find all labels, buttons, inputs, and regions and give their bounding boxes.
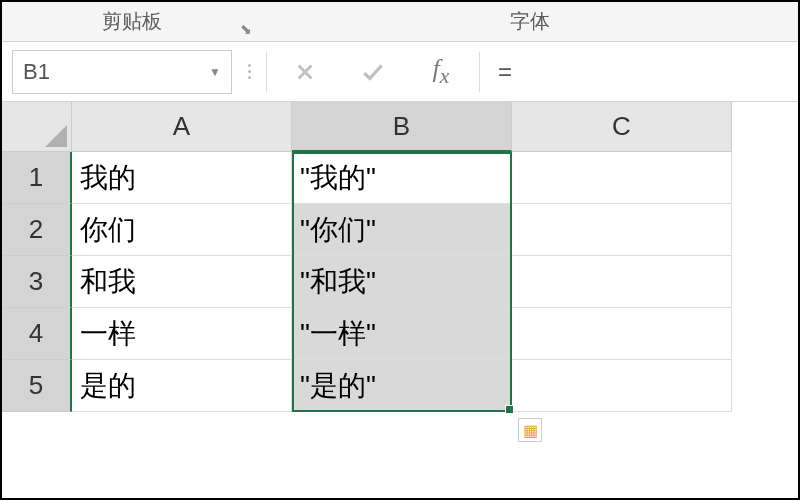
formula-value: = bbox=[498, 58, 512, 86]
fx-icon: fx bbox=[433, 54, 450, 89]
cell-c5[interactable] bbox=[512, 360, 732, 412]
row-header-1[interactable]: 1 bbox=[2, 152, 72, 204]
formula-input[interactable]: = bbox=[488, 50, 788, 94]
cell-a4[interactable]: 一样 bbox=[72, 308, 292, 360]
cell-b2[interactable]: "你们" bbox=[292, 204, 512, 256]
ribbon-group-font: 字体 bbox=[262, 2, 798, 41]
cell-a1[interactable]: 我的 bbox=[72, 152, 292, 204]
name-box-value: B1 bbox=[23, 59, 50, 85]
table-row: 1 我的 "我的" bbox=[2, 152, 798, 204]
divider bbox=[479, 52, 480, 92]
column-header-b[interactable]: B bbox=[292, 102, 512, 152]
table-row: 2 你们 "你们" bbox=[2, 204, 798, 256]
cell-c1[interactable] bbox=[512, 152, 732, 204]
column-header-c[interactable]: C bbox=[512, 102, 732, 152]
x-icon bbox=[294, 61, 316, 83]
table-row: 5 是的 "是的" bbox=[2, 360, 798, 412]
cell-c2[interactable] bbox=[512, 204, 732, 256]
autofill-options-icon[interactable]: ▦ bbox=[518, 418, 542, 442]
dropdown-arrow-icon[interactable]: ▼ bbox=[209, 65, 221, 79]
column-headers: A B C bbox=[2, 102, 798, 152]
spreadsheet-grid: A B C 1 我的 "我的" 2 你们 "你们" 3 和我 "和我" 4 一样… bbox=[2, 102, 798, 412]
table-row: 4 一样 "一样" bbox=[2, 308, 798, 360]
cell-c3[interactable] bbox=[512, 256, 732, 308]
cell-c4[interactable] bbox=[512, 308, 732, 360]
ribbon-group-clipboard: 剪贴板 ⬊ bbox=[2, 2, 262, 41]
formula-bar: B1 ▼ fx = bbox=[2, 42, 798, 102]
cell-a3[interactable]: 和我 bbox=[72, 256, 292, 308]
select-all-corner[interactable] bbox=[2, 102, 72, 152]
cell-b4[interactable]: "一样" bbox=[292, 308, 512, 360]
row-header-3[interactable]: 3 bbox=[2, 256, 72, 308]
clipboard-dialog-launcher-icon[interactable]: ⬊ bbox=[240, 21, 254, 35]
cell-a5[interactable]: 是的 bbox=[72, 360, 292, 412]
cell-a2[interactable]: 你们 bbox=[72, 204, 292, 256]
column-header-a[interactable]: A bbox=[72, 102, 292, 152]
divider bbox=[266, 52, 267, 92]
formula-bar-grip-icon bbox=[240, 64, 258, 79]
clipboard-label: 剪贴板 bbox=[102, 8, 162, 35]
font-label: 字体 bbox=[510, 8, 550, 35]
row-header-4[interactable]: 4 bbox=[2, 308, 72, 360]
cancel-button[interactable] bbox=[275, 50, 335, 94]
cell-b5[interactable]: "是的" bbox=[292, 360, 512, 412]
name-box[interactable]: B1 ▼ bbox=[12, 50, 232, 94]
ribbon-section: 剪贴板 ⬊ 字体 bbox=[2, 2, 798, 42]
cell-b3[interactable]: "和我" bbox=[292, 256, 512, 308]
check-icon bbox=[360, 59, 386, 85]
table-row: 3 和我 "和我" bbox=[2, 256, 798, 308]
enter-button[interactable] bbox=[343, 50, 403, 94]
insert-function-button[interactable]: fx bbox=[411, 50, 471, 94]
cell-b1[interactable]: "我的" bbox=[292, 152, 512, 204]
row-header-2[interactable]: 2 bbox=[2, 204, 72, 256]
row-header-5[interactable]: 5 bbox=[2, 360, 72, 412]
